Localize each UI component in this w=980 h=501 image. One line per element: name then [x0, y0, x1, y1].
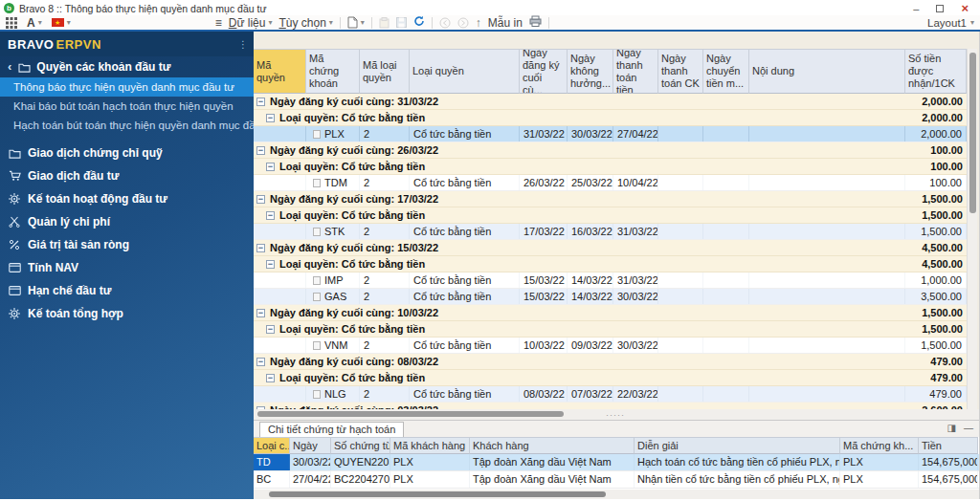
horizontal-scrollbar-thumb[interactable]: [257, 411, 564, 417]
cell-ex-date[interactable]: 25/03/22: [568, 175, 613, 190]
layout-selector[interactable]: Layout1: [927, 17, 967, 29]
cell-ex-date[interactable]: 09/03/22: [568, 338, 613, 353]
vertical-scrollbar[interactable]: [967, 49, 977, 409]
detail-column-ma-chung-khoan[interactable]: Mã chứng kh...: [840, 437, 919, 454]
sidebar-group-4[interactable]: Giá trị tài sản ròng: [0, 233, 254, 256]
detail-cell-doc-no[interactable]: QUYEN22033: [331, 454, 390, 470]
detail-cell-customer[interactable]: Tập đoàn Xăng dầu Việt Nam: [470, 454, 635, 470]
cell-type-code[interactable]: 2: [360, 272, 410, 288]
cell-ex-date[interactable]: 14/03/22: [568, 272, 613, 288]
group-total[interactable]: 1,500.00: [905, 207, 967, 223]
cell-transfer-date[interactable]: [703, 175, 749, 190]
column-header-loai-quyen[interactable]: Loại quyền: [410, 49, 520, 94]
detail-cell-doc-type[interactable]: BC: [254, 471, 290, 488]
language-flag-button[interactable]: ★▾: [52, 18, 71, 27]
group-total[interactable]: 2,600.00: [905, 403, 967, 409]
printer-icon[interactable]: [529, 15, 542, 30]
column-header-ngay-thanh-toan-ck[interactable]: Ngày thanh toán CK: [658, 49, 703, 94]
refresh-icon[interactable]: [413, 15, 425, 30]
detail-cell-doc-no[interactable]: BC220427000: [331, 471, 390, 488]
detail-cell-description[interactable]: Nhận tiền cổ tức bằng tiền cổ phiếu PLX,…: [635, 471, 840, 488]
grid-row-STK[interactable]: STK2Cổ tức bằng tiền17/03/2216/03/2231/0…: [254, 224, 967, 240]
cell-stock-code[interactable]: TDM: [306, 175, 360, 190]
group-row[interactable]: −Ngày đăng ký cuối cùng: 17/03/221,500.0…: [254, 191, 967, 207]
cell-transfer-date[interactable]: [703, 272, 749, 288]
cell-transfer-date[interactable]: [703, 386, 749, 402]
panel-collapse-icon[interactable]: —: [964, 423, 973, 433]
detail-column-dien-giai[interactable]: Diễn giải: [635, 437, 840, 454]
cell-amount[interactable]: 1,500.00: [905, 338, 967, 353]
cell-content[interactable]: [749, 338, 905, 353]
font-button[interactable]: A▾: [27, 16, 42, 30]
collapse-icon[interactable]: −: [256, 146, 265, 155]
collapse-icon[interactable]: −: [256, 309, 265, 317]
column-header-ngay-dang-ky[interactable]: Ngày đăng ký cuối cù...: [520, 49, 568, 94]
cell-amount[interactable]: 2,000.00: [905, 126, 967, 142]
cell-reg-date[interactable]: 17/03/22: [520, 224, 568, 239]
cell-ma-quyen[interactable]: [254, 289, 306, 304]
cell-ma-quyen[interactable]: [254, 175, 306, 190]
column-header-ma-loai-quyen[interactable]: Mã loại quyền: [360, 49, 410, 94]
detail-column-ngay[interactable]: Ngày: [290, 437, 331, 454]
grid-row-PLX[interactable]: PLX2Cổ tức bằng tiền31/03/2230/03/2227/0…: [254, 126, 967, 142]
cell-amount[interactable]: 479.00: [905, 386, 967, 402]
cell-reg-date[interactable]: 26/03/22: [520, 175, 568, 190]
collapse-icon[interactable]: −: [256, 195, 265, 204]
group-total[interactable]: 100.00: [905, 142, 967, 158]
group-row[interactable]: −Ngày đăng ký cuối cùng: 10/03/221,500.0…: [254, 305, 967, 321]
detail-cell-cust-code[interactable]: PLX: [390, 471, 470, 488]
cell-content[interactable]: [749, 289, 905, 304]
cell-pay-date[interactable]: 22/03/22: [613, 386, 658, 402]
cell-pay-date-ck[interactable]: [658, 224, 703, 239]
cell-type-code[interactable]: 2: [360, 224, 410, 239]
sidebar-group-7[interactable]: Kế toán tổng hợp: [0, 302, 254, 325]
cell-content[interactable]: [749, 126, 905, 142]
cell-reg-date[interactable]: 15/03/22: [520, 272, 568, 288]
cell-content[interactable]: [749, 272, 905, 288]
group-total[interactable]: 479.00: [905, 370, 967, 385]
cell-reg-date[interactable]: 15/03/22: [520, 289, 568, 304]
cell-stock-code[interactable]: IMP: [306, 272, 360, 288]
collapse-icon[interactable]: −: [266, 163, 275, 171]
detail-cell-description[interactable]: Hạch toán cổ tức bằng tiền cổ phiếu PLX,…: [635, 454, 840, 470]
cell-amount[interactable]: 100.00: [905, 175, 967, 190]
subgroup-row[interactable]: −Loại quyền: Cổ tức bằng tiền479.00: [254, 370, 967, 386]
detail-column-khach-hang[interactable]: Khách hàng: [470, 437, 635, 454]
column-header-so-tien[interactable]: Số tiền được nhận/1CK: [905, 49, 967, 94]
collapse-icon[interactable]: −: [256, 98, 265, 106]
cell-ex-date[interactable]: 30/03/22: [568, 126, 613, 142]
subgroup-row[interactable]: −Loại quyền: Cổ tức bằng tiền100.00: [254, 159, 967, 175]
horizontal-scrollbar-grid[interactable]: ·····: [254, 409, 979, 420]
group-total[interactable]: 1,500.00: [905, 321, 967, 337]
detail-cell-cust-code[interactable]: PLX: [390, 454, 470, 470]
group-row[interactable]: −Ngày đăng ký cuối cùng: 15/03/224,500.0…: [254, 240, 967, 256]
cell-pay-date-ck[interactable]: [658, 272, 703, 288]
group-total[interactable]: 4,500.00: [905, 256, 967, 272]
sidebar-group-2[interactable]: Kế toán hoạt động đầu tư: [0, 187, 254, 210]
sidebar-group-1[interactable]: Giao dịch đầu tư: [0, 164, 254, 187]
cell-pay-date[interactable]: 31/03/22: [613, 272, 658, 288]
detail-cell-date[interactable]: 30/03/22: [290, 454, 331, 470]
group-total[interactable]: 100.00: [905, 159, 967, 174]
cell-ma-quyen[interactable]: [254, 224, 306, 239]
subgroup-row[interactable]: −Loại quyền: Cổ tức bằng tiền1,500.00: [254, 207, 967, 224]
cell-type-code[interactable]: 2: [360, 175, 410, 190]
cell-stock-code[interactable]: PLX: [306, 126, 360, 142]
detail-cell-date[interactable]: 27/04/22: [290, 471, 331, 488]
cell-pay-date[interactable]: 10/04/22: [613, 175, 658, 190]
column-header-ma-quyen[interactable]: Mã quyền: [254, 49, 306, 94]
sidebar-item-thong-bao[interactable]: Thông báo thực hiện quyền danh mục đầu t…: [0, 77, 254, 97]
cell-right-type[interactable]: Cổ tức bằng tiền: [410, 386, 520, 402]
column-header-ngay-khong-huong[interactable]: Ngày không hưởng...: [568, 49, 613, 94]
horizontal-scrollbar-detail[interactable]: [254, 490, 979, 499]
grid-row-NLG[interactable]: NLG2Cổ tức bằng tiền08/03/2207/03/2222/0…: [254, 386, 967, 403]
cell-right-type[interactable]: Cổ tức bằng tiền: [410, 272, 520, 288]
sidebar-group-0[interactable]: Giao dịch chứng chỉ quỹ: [0, 142, 254, 164]
cell-pay-date[interactable]: 27/04/22: [613, 126, 658, 142]
horizontal-scrollbar-thumb[interactable]: [269, 491, 606, 497]
detail-column-ma-khach-hang[interactable]: Mã khách hàng: [390, 437, 470, 454]
cell-ma-quyen[interactable]: [254, 126, 306, 142]
detail-column-loai[interactable]: Loại c...: [254, 437, 290, 454]
cell-ma-quyen[interactable]: [254, 338, 306, 353]
collapse-icon[interactable]: −: [266, 325, 275, 334]
